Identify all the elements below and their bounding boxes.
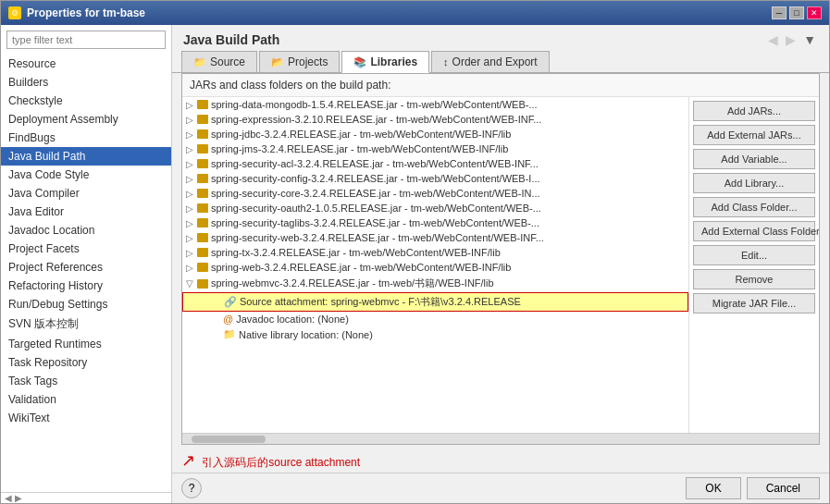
tree-item[interactable]: ▷spring-security-web-3.2.4.RELEASE.jar -… [182,230,688,245]
tab-order-and-export[interactable]: ↕Order and Export [431,51,550,72]
tree-item[interactable]: ▷spring-security-acl-3.2.4.RELEASE.jar -… [182,156,688,171]
content-area: ResourceBuildersCheckstyleDeployment Ass… [1,25,829,503]
action-button-add-class-folder-[interactable]: Add Class Folder... [693,197,815,217]
tab-libraries[interactable]: 📚Libraries [341,51,429,73]
sidebar-item-task-repository[interactable]: Task Repository [1,353,171,372]
tree-item[interactable]: ▷spring-tx-3.2.4.RELEASE.jar - tm-web/We… [182,245,688,260]
tree-item[interactable]: ▷spring-security-core-3.2.4.RELEASE.jar … [182,186,688,201]
left-panel: ResourceBuildersCheckstyleDeployment Ass… [1,25,172,503]
page-title: Java Build Path [183,32,279,47]
tree-item[interactable]: ▷spring-security-taglibs-3.2.4.RELEASE.j… [182,215,688,230]
scrollbar-thumb[interactable] [192,436,266,443]
sidebar-item-targeted-runtimes[interactable]: Targeted Runtimes [1,335,171,353]
minimize-button[interactable]: ─ [772,6,787,19]
action-button-add-library-[interactable]: Add Library... [693,173,815,193]
tree-item[interactable]: ▷spring-data-mongodb-1.5.4.RELEASE.jar -… [182,97,688,112]
action-button-add-variable-[interactable]: Add Variable... [693,149,815,169]
right-header: Java Build Path ◀ ▶ ▼ [172,25,829,51]
tree-toggle[interactable]: ▷ [186,159,197,169]
tree-toggle[interactable]: ▷ [186,233,197,243]
tree-item[interactable]: 🔗Source attachment: spring-webmvc - F:\书… [182,292,688,312]
tree-item-label: spring-jdbc-3.2.4.RELEASE.jar - tm-web/W… [211,129,511,140]
sidebar-item-wikitext[interactable]: WikiText [1,409,171,427]
tree-toggle[interactable]: ▷ [186,174,197,184]
tree-toggle[interactable]: ▷ [186,129,197,140]
nav-list: ResourceBuildersCheckstyleDeployment Ass… [1,55,171,492]
sidebar-item-findbugs[interactable]: FindBugs [1,129,171,147]
sidebar-item-svn-版本控制[interactable]: SVN 版本控制 [1,313,171,335]
main-content: JARs and class folders on the build path… [181,73,820,445]
tree-item-label: spring-webmvc-3.2.4.RELEASE.jar - tm-web… [211,277,494,290]
tree-item-label: Native library location: (None) [239,329,373,340]
left-panel-scrollbar[interactable]: ◀ ▶ [1,492,171,503]
sidebar-item-refactoring-history[interactable]: Refactoring History [1,277,171,295]
buttons-panel: Add JARs...Add External JARs...Add Varia… [689,97,819,433]
sidebar-item-javadoc-location[interactable]: Javadoc Location [1,221,171,240]
tree-toggle[interactable]: ▷ [186,218,197,228]
ok-button[interactable]: OK [686,477,740,499]
action-button-add-external-jars-[interactable]: Add External JARs... [693,125,815,145]
tree-toggle[interactable]: ▷ [186,144,197,154]
tab-icon-1: 📂 [271,56,284,68]
tree-item[interactable]: ▷spring-expression-3.2.10.RELEASE.jar - … [182,112,688,127]
action-button-edit-[interactable]: Edit... [693,245,815,265]
tree-item[interactable]: 📁Native library location: (None) [182,326,688,342]
tree-item[interactable]: ▷spring-web-3.2.4.RELEASE.jar - tm-web/W… [182,260,688,275]
action-button-migrate-jar-file-[interactable]: Migrate JAR File... [693,293,815,313]
horizontal-scrollbar[interactable] [182,433,819,444]
menu-arrow[interactable]: ▼ [801,32,818,47]
filter-input[interactable] [6,31,166,49]
tree-item[interactable]: ▷spring-jms-3.2.4.RELEASE.jar - tm-web/W… [182,141,688,156]
sidebar-item-project-references[interactable]: Project References [1,258,171,277]
tab-label-2: Libraries [370,55,417,68]
bottom-bar: ? OK Cancel [172,473,829,503]
window-title: Properties for tm-base [27,6,145,19]
sidebar-item-java-editor[interactable]: Java Editor [1,203,171,221]
tab-icon-3: ↕ [443,56,449,68]
tab-source[interactable]: 📁Source [181,51,257,72]
tree-toggle[interactable]: ▽ [186,278,197,289]
tree-item[interactable]: ▷spring-jdbc-3.2.4.RELEASE.jar - tm-web/… [182,127,688,141]
tree-toggle[interactable]: ▷ [186,115,197,125]
action-button-add-external-class-folder-[interactable]: Add External Class Folder... [693,221,815,241]
main-window: ⚙ Properties for tm-base ─ □ ✕ ResourceB… [0,0,830,504]
tree-item-label: spring-web-3.2.4.RELEASE.jar - tm-web/We… [211,262,511,273]
sidebar-item-checkstyle[interactable]: Checkstyle [1,92,171,110]
tree-item[interactable]: @Javadoc location: (None) [182,312,688,326]
sidebar-item-run/debug-settings[interactable]: Run/Debug Settings [1,295,171,313]
tree-toggle[interactable]: ▷ [186,248,197,258]
cancel-button[interactable]: Cancel [747,477,820,499]
tree-toggle[interactable]: ▷ [186,100,197,110]
tree-item-label: spring-jms-3.2.4.RELEASE.jar - tm-web/We… [211,143,508,154]
tree-toggle[interactable]: ▷ [186,189,197,199]
tree-item-label: Javadoc location: (None) [236,313,349,325]
sidebar-item-project-facets[interactable]: Project Facets [1,240,171,258]
sidebar-item-resource[interactable]: Resource [1,55,171,73]
sidebar-item-task-tags[interactable]: Task Tags [1,372,171,390]
tree-item-label: spring-security-web-3.2.4.RELEASE.jar - … [211,232,544,243]
sidebar-item-deployment-assembly[interactable]: Deployment Assembly [1,110,171,129]
back-arrow[interactable]: ◀ [766,32,780,47]
sidebar-item-java-compiler[interactable]: Java Compiler [1,184,171,203]
window-icon: ⚙ [8,6,21,19]
restore-button[interactable]: □ [789,6,804,19]
action-button-add-jars-[interactable]: Add JARs... [693,101,815,121]
forward-arrow[interactable]: ▶ [784,32,798,47]
sidebar-item-builders[interactable]: Builders [1,73,171,92]
tree-toggle[interactable]: ▷ [186,263,197,273]
tree-item[interactable]: ▷spring-security-config-3.2.4.RELEASE.ja… [182,171,688,186]
sidebar-item-java-code-style[interactable]: Java Code Style [1,166,171,184]
tab-projects[interactable]: 📂Projects [259,51,340,72]
tree-item-label: spring-security-core-3.2.4.RELEASE.jar -… [211,188,540,199]
action-button-remove[interactable]: Remove [693,269,815,289]
close-button[interactable]: ✕ [807,6,822,19]
ok-cancel-group: OK Cancel [686,477,820,499]
sidebar-item-java-build-path[interactable]: Java Build Path [1,147,171,166]
tree-item[interactable]: ▷spring-security-oauth2-1.0.5.RELEASE.ja… [182,201,688,215]
sidebar-item-validation[interactable]: Validation [1,390,171,409]
tree-item[interactable]: ▽spring-webmvc-3.2.4.RELEASE.jar - tm-we… [182,275,688,292]
tree-item-label: spring-expression-3.2.10.RELEASE.jar - t… [211,114,541,125]
tabs-bar: 📁Source📂Projects📚Libraries↕Order and Exp… [172,51,829,73]
tree-toggle[interactable]: ▷ [186,203,197,214]
help-button[interactable]: ? [181,478,202,498]
